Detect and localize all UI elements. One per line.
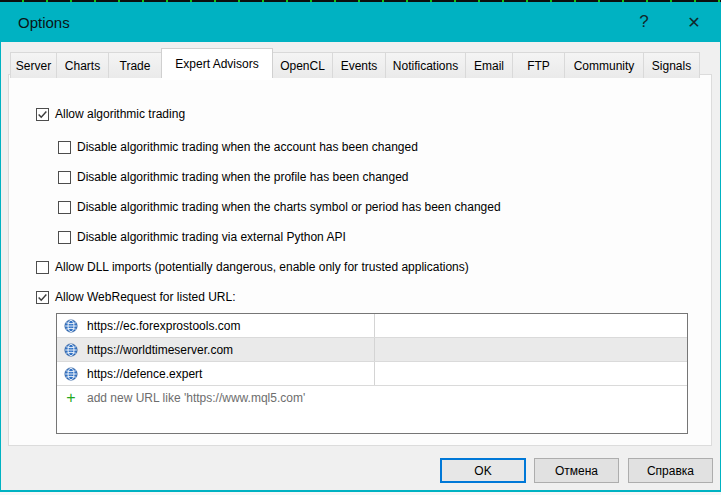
- window-title: Options: [18, 14, 70, 31]
- plus-icon: +: [64, 391, 78, 405]
- url-list-row[interactable]: https://defence.expert: [57, 362, 687, 386]
- allow-dll-imports-potentially-checkbox[interactable]: [36, 261, 49, 274]
- tab-events[interactable]: Events: [332, 52, 386, 78]
- checkbox-label: Allow WebRequest for listed URL:: [55, 290, 236, 304]
- add-new-url-hint: add new URL like 'https://www.mql5.com': [87, 391, 305, 405]
- checkbox-row-allow-algorithmic-trading: Allow algorithmic trading: [36, 104, 185, 124]
- tab-email[interactable]: Email: [465, 52, 513, 78]
- url-text: https://ec.forexprostools.com: [87, 319, 240, 333]
- help-button[interactable]: Справка: [628, 458, 713, 483]
- globe-icon: [64, 367, 78, 381]
- help-titlebar-button[interactable]: ?: [627, 2, 661, 42]
- checkbox-label: Disable algorithmic trading when the acc…: [77, 140, 418, 154]
- disable-algorithmic-trading-when-checkbox[interactable]: [58, 201, 71, 214]
- add-new-url-row[interactable]: +add new URL like 'https://www.mql5.com': [57, 386, 687, 410]
- checkbox-row-disable-algorithmic-trading-via: Disable algorithmic trading via external…: [58, 227, 346, 247]
- disable-algorithmic-trading-when-checkbox[interactable]: [58, 141, 71, 154]
- url-row-empty-cell: [375, 362, 687, 385]
- url-list-row[interactable]: https://ec.forexprostools.com: [57, 314, 687, 338]
- globe-icon: [64, 343, 78, 357]
- tab-notifications[interactable]: Notifications: [385, 52, 466, 78]
- tab-bar: ServerChartsTradeExpert AdvisorsOpenCLEv…: [10, 48, 699, 78]
- url-cell: https://worldtimeserver.com: [57, 338, 375, 361]
- expert-advisors-tab-page: Allow algorithmic tradingDisable algorit…: [8, 74, 712, 446]
- checkbox-row-disable-algorithmic-trading-when: Disable algorithmic trading when the pro…: [58, 167, 409, 187]
- tab-expert-advisors[interactable]: Expert Advisors: [161, 48, 273, 78]
- tab-ftp[interactable]: FTP: [512, 52, 565, 78]
- checkbox-label: Disable algorithmic trading via external…: [77, 230, 346, 244]
- checkbox-row-disable-algorithmic-trading-when: Disable algorithmic trading when the cha…: [58, 197, 501, 217]
- url-text: https://defence.expert: [87, 367, 202, 381]
- allow-webrequest-for-listed-checkbox[interactable]: [36, 291, 49, 304]
- webrequest-url-list: https://ec.forexprostools.comhttps://wor…: [56, 313, 688, 434]
- checkbox-label: Allow algorithmic trading: [55, 107, 185, 121]
- globe-icon: [64, 319, 78, 333]
- tab-trade[interactable]: Trade: [108, 52, 162, 78]
- disable-algorithmic-trading-when-checkbox[interactable]: [58, 171, 71, 184]
- tab-server[interactable]: Server: [10, 52, 57, 78]
- url-row-empty-cell: [375, 338, 687, 361]
- tab-charts[interactable]: Charts: [56, 52, 109, 78]
- checkbox-row-allow-webrequest-for-listed: Allow WebRequest for listed URL:: [36, 287, 236, 307]
- url-cell: https://ec.forexprostools.com: [57, 314, 375, 337]
- checkbox-label: Allow DLL imports (potentially dangerous…: [55, 260, 469, 274]
- tab-signals[interactable]: Signals: [643, 52, 700, 78]
- url-row-empty-cell: [375, 314, 687, 337]
- checkbox-label: Disable algorithmic trading when the pro…: [77, 170, 409, 184]
- title-bar: Options ? ✕: [0, 2, 721, 42]
- allow-algorithmic-trading-checkbox[interactable]: [36, 108, 49, 121]
- tab-opencl[interactable]: OpenCL: [272, 52, 333, 78]
- url-list-row[interactable]: https://worldtimeserver.com: [57, 338, 687, 362]
- checkbox-label: Disable algorithmic trading when the cha…: [77, 200, 501, 214]
- url-cell: https://defence.expert: [57, 362, 375, 385]
- tab-community[interactable]: Community: [564, 52, 644, 78]
- disable-algorithmic-trading-via-checkbox[interactable]: [58, 231, 71, 244]
- close-icon[interactable]: ✕: [677, 2, 711, 42]
- url-text: https://worldtimeserver.com: [87, 343, 233, 357]
- checkbox-row-allow-dll-imports-potentially: Allow DLL imports (potentially dangerous…: [36, 257, 469, 277]
- checkbox-row-disable-algorithmic-trading-when: Disable algorithmic trading when the acc…: [58, 137, 418, 157]
- cancel-button[interactable]: Отмена: [534, 458, 619, 483]
- ok-button[interactable]: OK: [440, 458, 526, 483]
